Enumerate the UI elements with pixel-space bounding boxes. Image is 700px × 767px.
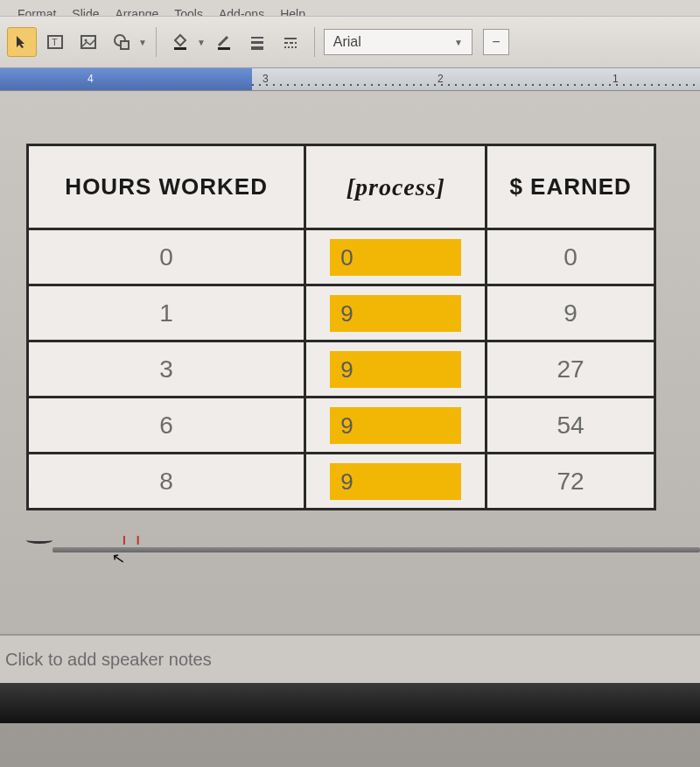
table-row: 6 9 54: [28, 398, 655, 454]
cell-earned[interactable]: 27: [486, 341, 655, 398]
svg-rect-17: [291, 46, 293, 48]
line-dash-button[interactable]: [276, 27, 305, 57]
menu-arrange[interactable]: Arrange: [115, 7, 158, 16]
svg-point-3: [85, 39, 88, 42]
cell-earned[interactable]: 9: [486, 285, 655, 341]
cell-hours[interactable]: 0: [28, 229, 305, 285]
toolbar-separator: [156, 27, 157, 57]
menu-bar: Format Slide Arrange Tools Add-ons Help: [0, 0, 700, 16]
timeline-scrubber[interactable]: I I ↖: [0, 528, 700, 572]
cell-process[interactable]: 9: [305, 341, 486, 398]
cell-hours[interactable]: 1: [28, 285, 305, 341]
svg-rect-13: [290, 42, 293, 44]
cell-hours[interactable]: 3: [28, 341, 305, 398]
table-row: 1 9 9: [28, 285, 655, 341]
process-highlight: 9: [330, 351, 461, 388]
col-header-earned[interactable]: $ EARNED: [486, 145, 655, 229]
svg-rect-10: [251, 46, 263, 50]
menu-addons[interactable]: Add-ons: [219, 7, 264, 16]
svg-rect-7: [218, 47, 230, 50]
menu-format[interactable]: Format: [18, 7, 56, 16]
cell-process[interactable]: 9: [305, 398, 486, 454]
svg-rect-12: [284, 42, 288, 44]
font-selector[interactable]: Arial ▼: [324, 29, 472, 55]
svg-rect-18: [295, 46, 297, 48]
table-header-row: HOURS WORKED [process] $ EARNED: [28, 145, 655, 229]
ruler-mark: 2: [438, 73, 444, 85]
textbox-tool-button[interactable]: T: [40, 27, 70, 57]
screen-bezel: [0, 683, 700, 723]
svg-text:T: T: [52, 37, 58, 47]
fill-color-button[interactable]: [165, 27, 195, 57]
process-highlight: 9: [330, 295, 461, 332]
svg-rect-5: [121, 41, 129, 49]
table-row: 8 9 72: [28, 454, 655, 510]
shape-tool-button[interactable]: [107, 27, 136, 57]
svg-rect-8: [251, 37, 263, 39]
speaker-notes-placeholder: Click to add speaker notes: [5, 650, 212, 670]
timeline-red-marks: I I: [122, 533, 144, 547]
menu-tools[interactable]: Tools: [174, 7, 203, 16]
speaker-notes-area[interactable]: Click to add speaker notes: [0, 634, 700, 683]
horizontal-ruler: 4 3 2 1: [0, 68, 700, 91]
data-table[interactable]: HOURS WORKED [process] $ EARNED 0 0 0 1 …: [26, 144, 656, 510]
font-caret-icon: ▼: [454, 38, 463, 47]
ruler-mark: 3: [262, 73, 269, 85]
svg-rect-16: [288, 46, 290, 48]
cell-earned[interactable]: 0: [486, 229, 655, 285]
toolbar-separator-2: [314, 27, 315, 57]
cell-process[interactable]: 0: [305, 229, 486, 285]
image-tool-button[interactable]: [74, 27, 103, 57]
select-tool-button[interactable]: [7, 27, 37, 57]
decrease-font-button[interactable]: −: [483, 29, 509, 55]
ruler-mark: 1: [612, 73, 619, 85]
font-name-label: Arial: [333, 34, 361, 50]
menu-help[interactable]: Help: [280, 7, 305, 16]
fill-dropdown-caret[interactable]: ▼: [197, 38, 206, 47]
svg-rect-9: [251, 41, 263, 44]
table-row: 0 0 0: [28, 229, 655, 285]
timeline-track[interactable]: [52, 547, 700, 552]
process-highlight: 9: [330, 463, 461, 500]
process-highlight: 9: [330, 407, 461, 444]
svg-rect-11: [284, 38, 297, 39]
cell-hours[interactable]: 8: [28, 454, 305, 510]
cell-earned[interactable]: 54: [486, 398, 655, 454]
svg-rect-15: [284, 46, 286, 48]
cell-hours[interactable]: 6: [28, 398, 305, 454]
slide-canvas[interactable]: HOURS WORKED [process] $ EARNED 0 0 0 1 …: [0, 91, 700, 634]
line-color-button[interactable]: [209, 27, 239, 57]
ruler-margin-region: [0, 68, 252, 90]
line-weight-button[interactable]: [242, 27, 272, 57]
cell-process[interactable]: 9: [305, 454, 486, 510]
col-header-hours[interactable]: HOURS WORKED: [28, 145, 305, 229]
cell-earned[interactable]: 72: [486, 454, 655, 510]
table-row: 3 9 27: [28, 341, 655, 398]
svg-rect-14: [295, 42, 297, 44]
ruler-mark: 4: [88, 73, 94, 85]
timeline-start-mark: [26, 537, 52, 544]
menu-slide[interactable]: Slide: [72, 7, 99, 16]
process-highlight: 0: [330, 239, 461, 276]
shape-dropdown-caret[interactable]: ▼: [138, 38, 147, 47]
cell-process[interactable]: 9: [305, 285, 486, 341]
toolbar: T ▼ ▼ Arial ▼ −: [0, 16, 700, 68]
col-header-process[interactable]: [process]: [305, 145, 486, 229]
svg-rect-6: [174, 47, 186, 50]
ruler-tab-dots: [252, 84, 700, 86]
